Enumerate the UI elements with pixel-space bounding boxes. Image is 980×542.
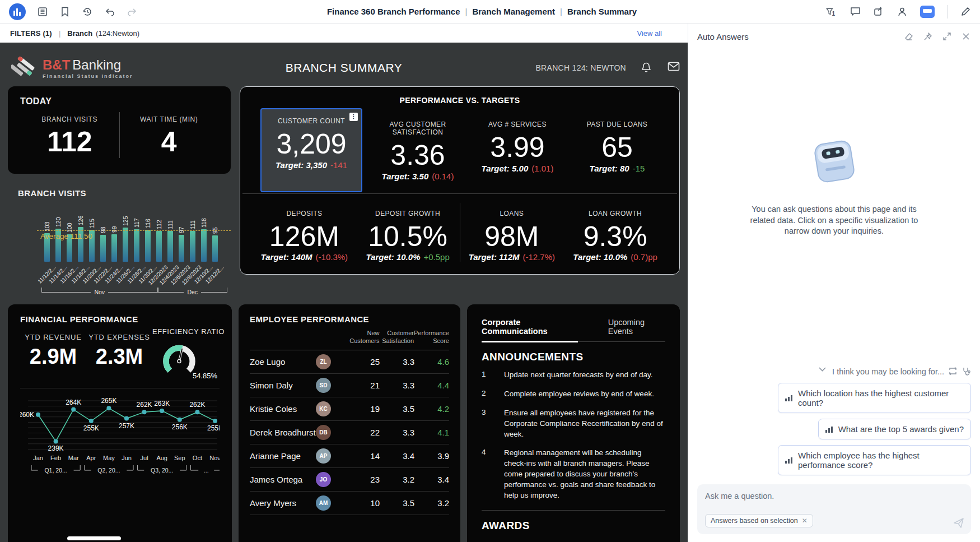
kpi-wait-time[interactable]: WAIT TIME (MIN) 4 — [119, 112, 219, 158]
branch-visits-chart[interactable]: BRANCH VISITS Average 111.50 10312010012… — [8, 188, 231, 295]
mail-icon[interactable] — [668, 62, 680, 74]
financial-panel[interactable]: FINANCIAL PERFORMANCE YTD REVENUE 2.9M Y… — [8, 304, 232, 542]
data-point[interactable] — [89, 419, 94, 423]
ask-placeholder[interactable]: Ask me a question. — [705, 492, 963, 501]
view-all-link[interactable]: View all — [637, 29, 662, 38]
avatar-cell: JO — [316, 472, 345, 487]
data-point[interactable] — [71, 407, 76, 412]
employee-row[interactable]: Avery MyersAM103.53.2 — [250, 492, 449, 515]
employee-row[interactable]: James OrtegaJO233.23.4 — [250, 468, 449, 492]
kpi-label: LOAN GROWTH — [563, 210, 667, 217]
employee-row[interactable]: Simon DalySD213.34.4 — [250, 374, 449, 397]
kpi-avg-customer-satisfaction[interactable]: AVG CUSTOMER SATISFACTION3.36Target: 3.5… — [368, 114, 468, 181]
comment-icon[interactable] — [850, 6, 861, 17]
avatar-cell: AM — [316, 495, 345, 511]
kpi-loans[interactable]: LOANS98MTarget: 112M(-12.7%) — [460, 203, 564, 262]
kpi-deposit-growth[interactable]: DEPOSIT GROWTH10.5%Target: 10.0%+0.5pp — [356, 203, 460, 262]
bar[interactable] — [100, 235, 106, 262]
filter-chip-name[interactable]: Branch — [67, 29, 92, 38]
expand-icon[interactable] — [942, 31, 952, 41]
avatar: JO — [316, 472, 331, 487]
kpi-ytd-expenses[interactable]: YTD EXPENSES 2.3M — [86, 333, 152, 380]
bar[interactable] — [212, 235, 218, 262]
share-icon[interactable] — [873, 6, 884, 17]
horizontal-scrollbar-thumb[interactable] — [67, 536, 121, 540]
bar[interactable] — [111, 234, 117, 262]
announcement-text: Ensure all employees have registered for… — [504, 408, 665, 440]
performance-panel[interactable]: PERFORMANCE VS. TARGETS ⋮CUSTOMER COUNT3… — [240, 86, 680, 275]
tab-upcoming-events[interactable]: Upcoming Events — [608, 313, 665, 341]
bar-value-label: 97 — [179, 209, 185, 233]
bar-chart-icon — [825, 426, 833, 433]
data-point[interactable] — [54, 439, 58, 443]
eraser-icon[interactable] — [904, 31, 914, 41]
kpi-deposits[interactable]: DEPOSITS126MTarget: 140M(-10.3%) — [253, 203, 356, 262]
suggestion-chip[interactable]: What are the top 5 awards given? — [818, 419, 971, 439]
efficiency-gauge[interactable]: EFFICIENCY RATIO 54.85% — [152, 327, 220, 380]
bar[interactable] — [167, 231, 173, 262]
data-point[interactable] — [160, 409, 164, 413]
data-point[interactable] — [213, 419, 217, 423]
chip-close-icon[interactable]: ✕ — [802, 517, 808, 525]
suggestion-chip[interactable]: Which employee has the highest performan… — [778, 445, 971, 475]
bar[interactable] — [134, 229, 139, 262]
account-icon[interactable] — [897, 6, 908, 17]
employee-row[interactable]: Zoe LugoZL253.34.6 — [250, 350, 449, 374]
bar[interactable] — [179, 235, 184, 262]
suggestion-chip[interactable]: Which location has the highest customer … — [778, 383, 971, 413]
bar[interactable] — [145, 230, 151, 262]
data-point[interactable] — [142, 410, 147, 414]
bell-icon[interactable] — [641, 62, 653, 74]
avatar: AM — [316, 495, 331, 511]
data-point[interactable] — [106, 406, 111, 410]
employee-row[interactable]: Kristie ColesKC193.54.2 — [250, 397, 449, 421]
employee-row[interactable]: Derek BroadhurstDB223.34.1 — [250, 421, 449, 444]
chevron-down-icon[interactable] — [819, 367, 828, 376]
kebab-menu-icon[interactable]: ⋮ — [349, 113, 358, 121]
bar-slot: 95 — [209, 209, 221, 262]
kpi-branch-visits[interactable]: BRANCH VISITS 112 — [20, 112, 119, 158]
history-icon[interactable] — [82, 6, 93, 17]
kpi-past-due-loans[interactable]: PAST DUE LOANS65Target: 80-15 — [567, 114, 667, 181]
data-point[interactable] — [195, 410, 199, 414]
data-point[interactable] — [178, 418, 182, 422]
send-icon[interactable] — [953, 517, 964, 529]
kpi-ytd-revenue[interactable]: YTD REVENUE 2.9M — [20, 333, 86, 380]
tab-corporate-communications[interactable]: Corporate Communications — [482, 313, 578, 341]
bar-chart-icon — [785, 395, 793, 401]
filter-icon[interactable]: 1 — [826, 6, 837, 17]
kpi-value: 126M — [253, 222, 356, 252]
ask-input-area[interactable]: Ask me a question. Answers based on sele… — [697, 484, 971, 534]
data-point[interactable] — [124, 416, 129, 421]
refresh-icon[interactable] — [949, 367, 958, 376]
bar-slot: 111 — [187, 205, 198, 262]
bar[interactable] — [156, 231, 162, 262]
customer-satisfaction-value: 3.2 — [380, 475, 414, 484]
kpi-customer-count[interactable]: ⋮CUSTOMER COUNT3,209Target: 3,350-141 — [260, 108, 362, 192]
title-segment-2: Branch Management — [472, 7, 555, 16]
data-point[interactable] — [36, 413, 40, 417]
bar-slot: 125 — [120, 201, 131, 262]
bookmark-icon[interactable] — [59, 6, 71, 17]
kpi-avg-services[interactable]: AVG # SERVICES3.99Target: 5.00(1.01) — [468, 114, 567, 181]
redo-icon[interactable] — [127, 6, 138, 17]
selection-context-chip[interactable]: Answers based on selection ✕ — [705, 514, 813, 527]
close-icon[interactable] — [961, 31, 971, 41]
auto-answers-icon[interactable] — [920, 6, 935, 18]
employee-row[interactable]: Arianne PageAP143.43.9 — [250, 444, 449, 468]
app-logo-icon[interactable] — [9, 3, 26, 20]
kpi-loan-growth[interactable]: LOAN GROWTH9.3%Target: 10.0%(0.7)pp — [563, 203, 667, 262]
undo-icon[interactable] — [104, 6, 115, 17]
bar-slot: 99 — [109, 208, 120, 262]
filter-chip-value[interactable]: (124:Newton) — [96, 29, 139, 38]
insights-icon[interactable] — [962, 367, 971, 376]
edit-icon[interactable] — [960, 6, 971, 17]
revenue-trend-chart[interactable]: 260K239K264K255K265K257K262K263K256K262K… — [20, 391, 220, 476]
bar[interactable] — [123, 228, 128, 262]
bar[interactable] — [190, 231, 195, 262]
pin-icon[interactable] — [923, 31, 933, 41]
filters-label[interactable]: FILTERS (1) — [10, 29, 52, 38]
contents-icon[interactable] — [37, 6, 48, 17]
bar[interactable] — [201, 229, 207, 262]
kpi-label: LOANS — [460, 210, 564, 217]
